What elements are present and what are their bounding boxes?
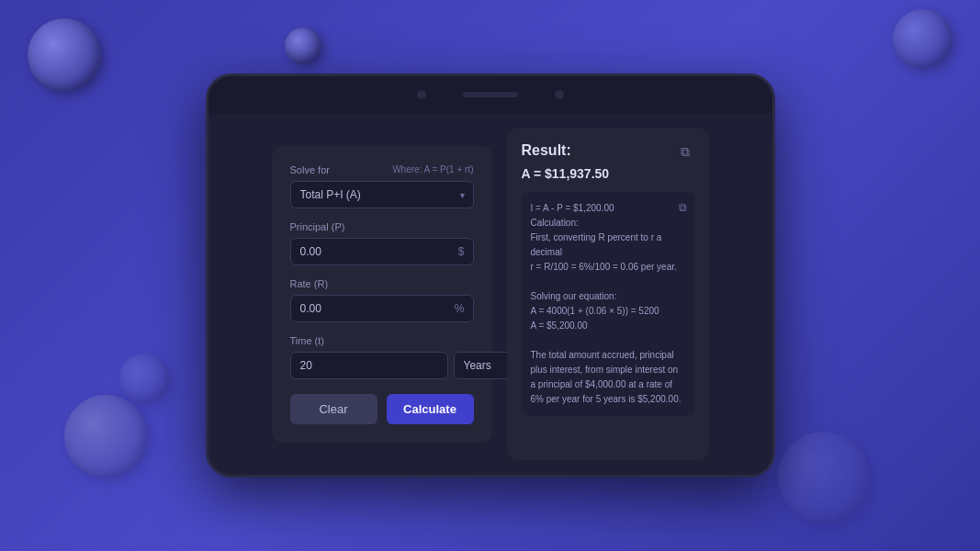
result-detail-text: I = A - P = $1,200.00 Calculation: First… [531, 201, 685, 407]
time-row: YearsMonthsDays ▾ [290, 352, 474, 379]
result-panel: Result: ⧉ A = $11,937.50 ⧉ I = A - P = $… [507, 128, 709, 460]
decorative-ball-5 [119, 354, 170, 404]
decorative-ball-6 [778, 432, 870, 523]
calculate-button[interactable]: Calculate [387, 394, 474, 424]
decorative-ball-2 [285, 28, 321, 64]
tablet-content: Solve for Where: A = P(1 + rt) Total P+I… [208, 113, 772, 475]
solve-for-label: Solve for [290, 164, 330, 175]
solve-for-select-wrapper: Total P+I (A)Principal (P)Rate (R)Time (… [290, 181, 474, 208]
principal-input[interactable] [290, 238, 474, 265]
time-label: Time (t) [290, 335, 474, 346]
tablet-camera [417, 90, 426, 99]
solve-for-select[interactable]: Total P+I (A)Principal (P)Rate (R)Time (… [290, 181, 474, 208]
tablet-speaker [463, 92, 518, 97]
button-row: Clear Calculate [290, 394, 474, 424]
clear-button[interactable]: Clear [290, 394, 377, 424]
time-input[interactable] [290, 352, 448, 379]
decorative-ball-3 [893, 9, 952, 69]
decorative-ball-1 [28, 18, 101, 92]
result-detail-box: ⧉ I = A - P = $1,200.00 Calculation: Fir… [522, 192, 694, 416]
result-header: Result: ⧉ [522, 142, 694, 161]
copy-detail-icon[interactable]: ⧉ [679, 199, 687, 217]
rate-label: Rate (R) [290, 278, 474, 289]
result-main-value: A = $11,937.50 [522, 166, 694, 181]
rate-group: Rate (R) % [290, 278, 474, 322]
formula-label: Where: A = P(1 + rt) [392, 164, 473, 175]
result-title: Result: [522, 142, 571, 159]
rate-input[interactable] [290, 295, 474, 322]
solve-for-label-row: Solve for Where: A = P(1 + rt) [290, 164, 474, 175]
principal-input-wrapper: $ [290, 238, 474, 265]
time-group: Time (t) YearsMonthsDays ▾ [290, 335, 474, 379]
decorative-ball-4 [64, 395, 147, 478]
tablet-top-bar [208, 76, 772, 113]
tablet-mic [555, 90, 564, 99]
tablet-device: Solve for Where: A = P(1 + rt) Total P+I… [206, 73, 775, 478]
principal-group: Principal (P) $ [290, 221, 474, 265]
copy-result-icon[interactable]: ⧉ [676, 142, 694, 161]
solve-for-group: Solve for Where: A = P(1 + rt) Total P+I… [290, 164, 474, 208]
rate-input-wrapper: % [290, 295, 474, 322]
principal-label: Principal (P) [290, 221, 474, 232]
calculator-panel: Solve for Where: A = P(1 + rt) Total P+I… [272, 146, 492, 443]
